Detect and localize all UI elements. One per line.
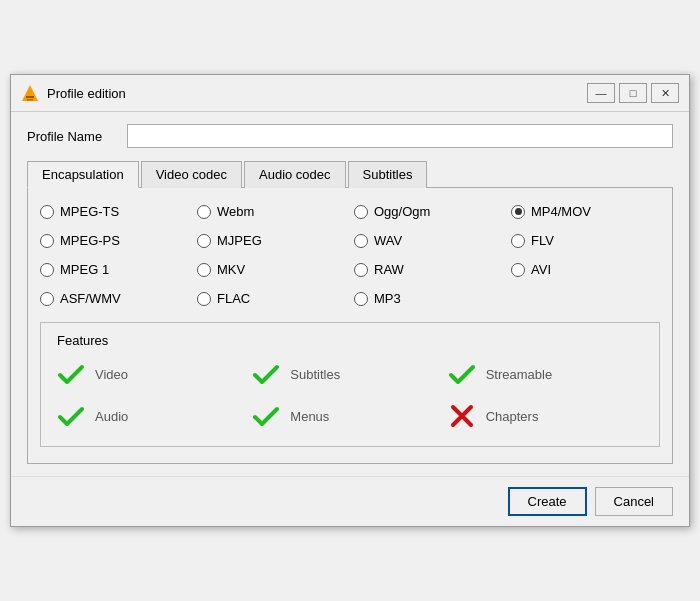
cancel-button[interactable]: Cancel xyxy=(595,487,673,516)
option-mpeg-ps[interactable]: MPEG-PS xyxy=(40,233,189,248)
label-flac: FLAC xyxy=(217,291,250,306)
feature-menus: Menus xyxy=(252,402,447,430)
titlebar-left: Profile edition xyxy=(21,84,126,102)
profile-name-input[interactable] xyxy=(127,124,673,148)
titlebar-controls: — □ ✕ xyxy=(587,83,679,103)
window-title: Profile edition xyxy=(47,86,126,101)
label-mpeg-1: MPEG 1 xyxy=(60,262,109,277)
titlebar: Profile edition — □ ✕ xyxy=(11,75,689,112)
content-area: Profile Name Encapsulation Video codec A… xyxy=(11,112,689,476)
label-asf-wmv: ASF/WMV xyxy=(60,291,121,306)
label-ogg-ogm: Ogg/Ogm xyxy=(374,204,430,219)
option-flac[interactable]: FLAC xyxy=(197,291,346,306)
cross-icon-chapters xyxy=(448,402,476,430)
svg-marker-0 xyxy=(22,85,38,101)
radio-mp4-mov[interactable] xyxy=(511,205,525,219)
label-flv: FLV xyxy=(531,233,554,248)
feature-label-audio: Audio xyxy=(95,409,128,424)
radio-mpeg-1[interactable] xyxy=(40,263,54,277)
check-icon-menus xyxy=(252,402,280,430)
feature-chapters: Chapters xyxy=(448,402,643,430)
check-icon-streamable xyxy=(448,360,476,388)
option-webm[interactable]: Webm xyxy=(197,204,346,219)
feature-audio: Audio xyxy=(57,402,252,430)
option-mkv[interactable]: MKV xyxy=(197,262,346,277)
check-icon-video xyxy=(57,360,85,388)
option-mpeg-ts[interactable]: MPEG-TS xyxy=(40,204,189,219)
footer: Create Cancel xyxy=(11,476,689,526)
main-window: Profile edition — □ ✕ Profile Name Encap… xyxy=(10,74,690,527)
radio-flac[interactable] xyxy=(197,292,211,306)
feature-video: Video xyxy=(57,360,252,388)
tab-subtitles[interactable]: Subtitles xyxy=(348,161,428,188)
label-wav: WAV xyxy=(374,233,402,248)
label-webm: Webm xyxy=(217,204,254,219)
radio-mkv[interactable] xyxy=(197,263,211,277)
tab-encapsulation[interactable]: Encapsulation xyxy=(27,161,139,188)
feature-streamable: Streamable xyxy=(448,360,643,388)
label-mpeg-ps: MPEG-PS xyxy=(60,233,120,248)
option-raw[interactable]: RAW xyxy=(354,262,503,277)
profile-name-label: Profile Name xyxy=(27,129,117,144)
option-mjpeg[interactable]: MJPEG xyxy=(197,233,346,248)
features-grid: Video Subtitles Streamable xyxy=(57,360,643,430)
radio-webm[interactable] xyxy=(197,205,211,219)
option-mp4-mov[interactable]: MP4/MOV xyxy=(511,204,660,219)
minimize-button[interactable]: — xyxy=(587,83,615,103)
label-mp3: MP3 xyxy=(374,291,401,306)
option-avi[interactable]: AVI xyxy=(511,262,660,277)
label-mjpeg: MJPEG xyxy=(217,233,262,248)
create-button[interactable]: Create xyxy=(508,487,587,516)
option-ogg-ogm[interactable]: Ogg/Ogm xyxy=(354,204,503,219)
features-box: Features Video Subtitles xyxy=(40,322,660,447)
feature-label-subtitles: Subtitles xyxy=(290,367,340,382)
option-mp3[interactable]: MP3 xyxy=(354,291,503,306)
feature-subtitles: Subtitles xyxy=(252,360,447,388)
option-wav[interactable]: WAV xyxy=(354,233,503,248)
radio-wav[interactable] xyxy=(354,234,368,248)
empty-cell xyxy=(511,291,660,306)
tab-video-codec[interactable]: Video codec xyxy=(141,161,242,188)
svg-rect-1 xyxy=(26,96,34,98)
label-mp4-mov: MP4/MOV xyxy=(531,204,591,219)
tabs-bar: Encapsulation Video codec Audio codec Su… xyxy=(27,160,673,188)
radio-ogg-ogm[interactable] xyxy=(354,205,368,219)
radio-flv[interactable] xyxy=(511,234,525,248)
radio-asf-wmv[interactable] xyxy=(40,292,54,306)
option-asf-wmv[interactable]: ASF/WMV xyxy=(40,291,189,306)
radio-avi[interactable] xyxy=(511,263,525,277)
encapsulation-options: MPEG-TS Webm Ogg/Ogm MP4/MOV MPEG-P xyxy=(40,204,660,306)
maximize-button[interactable]: □ xyxy=(619,83,647,103)
check-icon-audio xyxy=(57,402,85,430)
label-avi: AVI xyxy=(531,262,551,277)
radio-mpeg-ps[interactable] xyxy=(40,234,54,248)
check-icon-subtitles xyxy=(252,360,280,388)
close-button[interactable]: ✕ xyxy=(651,83,679,103)
option-mpeg-1[interactable]: MPEG 1 xyxy=(40,262,189,277)
features-title: Features xyxy=(57,333,643,348)
label-mkv: MKV xyxy=(217,262,245,277)
svg-rect-2 xyxy=(27,99,33,101)
tab-panel-encapsulation: MPEG-TS Webm Ogg/Ogm MP4/MOV MPEG-P xyxy=(27,188,673,464)
vlc-icon xyxy=(21,84,39,102)
feature-label-menus: Menus xyxy=(290,409,329,424)
radio-raw[interactable] xyxy=(354,263,368,277)
radio-mp3[interactable] xyxy=(354,292,368,306)
label-raw: RAW xyxy=(374,262,404,277)
tab-audio-codec[interactable]: Audio codec xyxy=(244,161,346,188)
option-flv[interactable]: FLV xyxy=(511,233,660,248)
radio-mjpeg[interactable] xyxy=(197,234,211,248)
feature-label-chapters: Chapters xyxy=(486,409,539,424)
feature-label-streamable: Streamable xyxy=(486,367,552,382)
feature-label-video: Video xyxy=(95,367,128,382)
radio-mpeg-ts[interactable] xyxy=(40,205,54,219)
profile-name-row: Profile Name xyxy=(27,124,673,148)
label-mpeg-ts: MPEG-TS xyxy=(60,204,119,219)
